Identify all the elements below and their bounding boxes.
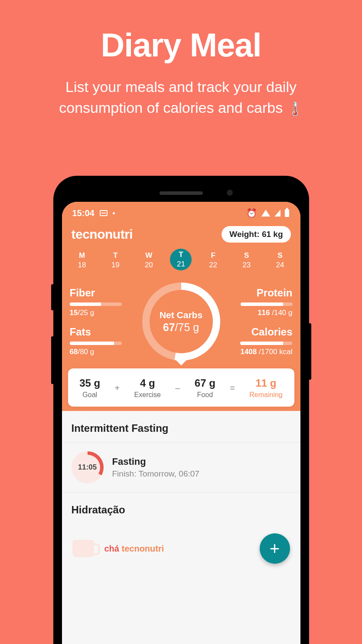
fasting-progress-ring: 11:05 [72, 451, 104, 483]
phone-mockup: 15:04 ⏰ tecnonutri Weight: 61 kg M18 T19 [53, 176, 309, 644]
phone-side-button [51, 284, 53, 310]
day-fri[interactable]: F22 [201, 249, 225, 272]
phone-speaker [160, 191, 203, 195]
metric-fiber: Fiber 15/25 g [70, 287, 130, 317]
plus-icon: + [115, 383, 120, 393]
protein-bar [241, 302, 293, 306]
thermometer-icon: 🌡️ [287, 100, 303, 118]
calories-label: Calories [240, 326, 292, 338]
minus-icon: – [175, 383, 180, 393]
summary-food: 67 g Food [195, 377, 215, 399]
notification-dot-icon [113, 212, 115, 214]
status-bar: 15:04 ⏰ [62, 202, 300, 222]
day-tue[interactable]: T19 [103, 249, 127, 272]
summary-exercise: 4 g Exercise [134, 377, 161, 399]
fiber-bar [70, 302, 122, 306]
hydration-section-title: Hidratação [62, 493, 300, 524]
battery-icon [285, 209, 289, 217]
protein-value: 116 /140 g [241, 309, 293, 317]
fasting-row[interactable]: 11:05 Fasting Finish: Tomorrow, 06:07 [62, 443, 300, 493]
mug-icon [72, 540, 94, 557]
day-mon[interactable]: M18 [70, 249, 94, 272]
status-time: 15:04 [72, 208, 95, 218]
day-thu-active[interactable]: T21 [170, 249, 192, 270]
ring-label: Net Carbs [160, 310, 202, 320]
hero-subtitle-text: List your meals and track your daily con… [59, 79, 297, 116]
ring-value: 67/75 g [163, 321, 199, 334]
metric-fats: Fats 68/80 g [70, 326, 130, 356]
fiber-label: Fiber [70, 287, 130, 299]
ring-pointer-icon [176, 360, 186, 365]
phone-notch [62, 184, 300, 202]
summary-goal: 35 g Goal [79, 377, 100, 399]
metric-protein: Protein 116 /140 g [241, 287, 293, 317]
summary-remaining: 11 g Remaining [249, 377, 282, 399]
fasting-title: Fasting [112, 456, 199, 467]
message-icon [100, 210, 108, 216]
cha-brand: chá tecnonutri [104, 544, 164, 554]
equals-icon: = [230, 383, 235, 393]
fats-value: 68/80 g [70, 348, 130, 356]
summary-card: 35 g Goal + 4 g Exercise – 67 g Food = 1… [68, 368, 294, 407]
wifi-icon [261, 210, 270, 217]
fats-label: Fats [70, 326, 130, 338]
metric-calories: Calories 1408 /1700 kcal [240, 326, 292, 356]
hydration-row[interactable]: chá tecnonutri + [62, 524, 300, 573]
phone-side-button [51, 336, 53, 384]
alarm-icon: ⏰ [246, 208, 257, 218]
day-selector[interactable]: M18 T19 W20 T21 F22 S23 S24 [62, 249, 300, 276]
net-carbs-ring[interactable]: Net Carbs 67/75 g [142, 283, 220, 361]
app-logo: tecnonutri [72, 227, 133, 242]
fasting-time: 11:05 [75, 455, 100, 480]
phone-side-button [309, 323, 311, 380]
day-wed[interactable]: W20 [137, 249, 161, 272]
day-sat[interactable]: S23 [235, 249, 259, 272]
hero-title: Diary Meal [0, 0, 362, 64]
fiber-value: 15/25 g [70, 309, 130, 317]
fasting-subtitle: Finish: Tomorrow, 06:07 [112, 469, 199, 479]
calories-value: 1408 /1700 kcal [240, 348, 292, 356]
screen: 15:04 ⏰ tecnonutri Weight: 61 kg M18 T19 [62, 202, 300, 644]
macro-left-column: Fiber 15/25 g Fats 68/80 g [70, 287, 130, 356]
macro-right-column: Protein 116 /140 g Calories 1408 /1700 k… [232, 287, 293, 356]
day-sun[interactable]: S24 [268, 249, 292, 272]
protein-label: Protein [241, 287, 293, 299]
fats-bar [70, 342, 122, 345]
weight-badge[interactable]: Weight: 61 kg [222, 226, 290, 243]
phone-camera [227, 190, 233, 196]
app-header: 15:04 ⏰ tecnonutri Weight: 61 kg M18 T19 [62, 202, 300, 411]
hero-subtitle: List your meals and track your daily con… [0, 64, 362, 118]
signal-icon [274, 210, 280, 217]
fasting-section-title: Intermittent Fasting [62, 411, 300, 443]
calories-bar [240, 342, 292, 345]
add-button[interactable]: + [260, 533, 290, 564]
